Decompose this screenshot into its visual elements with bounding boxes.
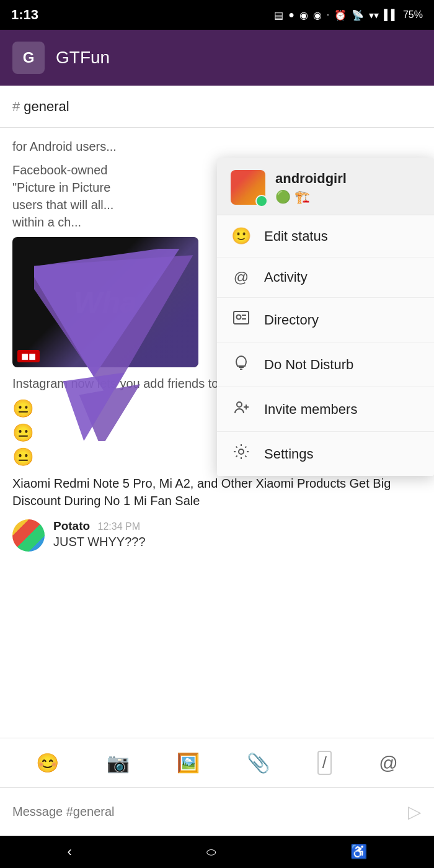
status-bar: 1:13 ▤ ● ◉ ◉ · ⏰ 📡 ▾▾ ▌▌ 75% (0, 0, 434, 30)
truncated-text: for Android users... (12, 138, 422, 155)
message-body: Potato 12:34 PM JUST WHYY??? (53, 519, 146, 549)
dropdown-username: androidgirl (275, 171, 347, 187)
discord3-icon: ◉ (313, 9, 322, 21)
channel-name: general (24, 99, 69, 115)
message-input-bar[interactable]: ▷ (0, 787, 434, 836)
app-header: G GTFun (0, 30, 434, 86)
workspace-title: GTFun (56, 48, 110, 68)
alarm-icon: ⏰ (334, 9, 347, 21)
message-icon: ▤ (274, 9, 283, 21)
dropdown-status-emoji: 🟢 🏗️ (275, 189, 347, 204)
edit-status-label: Edit status (264, 228, 328, 244)
edit-status-icon: 🙂 (231, 226, 252, 246)
dropdown-user-info: androidgirl 🟢 🏗️ (275, 171, 347, 204)
poster-avatar (12, 519, 45, 552)
wifi-icon: ▾▾ (369, 9, 379, 21)
directory-label: Directory (264, 312, 319, 328)
image-overlay (12, 237, 198, 367)
discord-icon: ● (288, 9, 294, 20)
android-nav-bar: ‹ ⬭ ♿ (0, 836, 434, 868)
emoji-toolbar-icon[interactable]: 😊 (36, 752, 59, 774)
do-not-disturb-icon (231, 354, 252, 375)
image-badge: ◼◼ (17, 350, 40, 362)
main-content: for Android users... Facebook-owned "Pic… (0, 128, 434, 779)
home-button[interactable]: ⬭ (206, 846, 216, 859)
poster-username: Potato (53, 519, 90, 532)
channel-bar[interactable]: # general (0, 86, 434, 128)
post-time: 12:34 PM (98, 521, 140, 532)
post-content: JUST WHYY??? (53, 535, 146, 549)
dropdown-menu: androidgirl 🟢 🏗️ 🙂 Edit status @ Activit… (217, 158, 434, 476)
menu-item-directory[interactable]: Directory (217, 298, 434, 342)
message-row: Potato 12:34 PM JUST WHYY??? (12, 519, 422, 552)
menu-item-settings[interactable]: Settings (217, 432, 434, 476)
workspace-avatar: G (12, 42, 45, 74)
do-not-disturb-label: Do Not Disturb (264, 357, 353, 373)
status-time: 1:13 (11, 7, 38, 23)
menu-item-edit-status[interactable]: 🙂 Edit status (217, 215, 434, 257)
invite-members-icon (231, 398, 252, 420)
recent-apps-button[interactable]: ♿ (350, 844, 367, 860)
avatar-image (12, 519, 45, 552)
slash-icon[interactable]: / (317, 751, 332, 775)
svg-point-8 (237, 402, 242, 407)
dropdown-avatar-container (231, 170, 265, 205)
invite-members-label: Invite members (264, 401, 357, 418)
status-icons: ▤ ● ◉ ◉ · ⏰ 📡 ▾▾ ▌▌ 75% (274, 9, 423, 21)
hash-symbol: # (12, 99, 20, 115)
menu-item-activity[interactable]: @ Activity (217, 257, 434, 298)
attachment-icon[interactable]: 📎 (247, 752, 270, 774)
svg-point-11 (239, 449, 244, 454)
back-button[interactable]: ‹ (67, 844, 71, 860)
cast-icon: 📡 (352, 9, 364, 21)
menu-item-invite-members[interactable]: Invite members (217, 387, 434, 432)
image-icon[interactable]: 🖼️ (177, 752, 200, 774)
send-icon[interactable]: ▷ (408, 802, 422, 822)
svg-point-3 (237, 315, 241, 320)
activity-label: Activity (264, 269, 308, 285)
battery-indicator: 75% (403, 9, 423, 20)
dot-icon: · (327, 9, 329, 20)
dropdown-header: androidgirl 🟢 🏗️ (217, 158, 434, 215)
settings-icon (231, 443, 252, 465)
activity-icon: @ (231, 269, 252, 286)
mention-icon[interactable]: @ (379, 753, 397, 774)
dropdown-avatar-image (231, 170, 265, 205)
camera-icon[interactable]: 📷 (107, 752, 130, 774)
signal-icon: ▌▌ (384, 9, 398, 20)
settings-label: Settings (264, 446, 314, 462)
bottom-toolbar: 😊 📷 🖼️ 📎 / @ (0, 738, 434, 787)
chat-image: Wha ◼◼ (12, 237, 198, 367)
message-input[interactable] (12, 805, 402, 819)
news-text: Xiaomi Redmi Note 5 Pro, Mi A2, and Othe… (12, 475, 422, 509)
menu-item-do-not-disturb[interactable]: Do Not Disturb (217, 342, 434, 387)
directory-icon (231, 309, 252, 331)
discord2-icon: ◉ (299, 9, 308, 21)
